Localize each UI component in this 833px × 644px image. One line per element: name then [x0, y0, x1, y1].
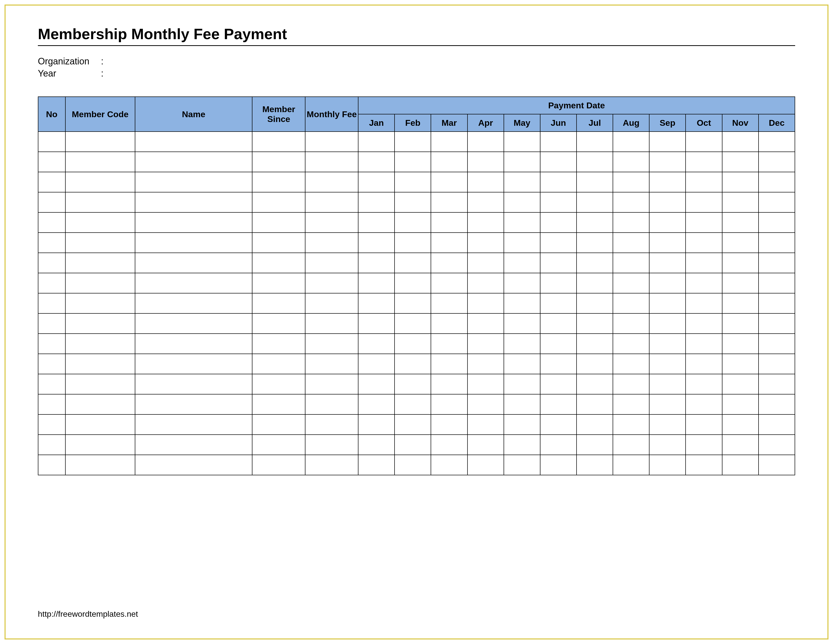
table-cell	[649, 414, 685, 435]
table-cell	[38, 333, 65, 354]
table-cell	[135, 293, 252, 313]
table-cell	[649, 132, 685, 152]
table-cell	[135, 132, 252, 152]
table-cell	[358, 152, 394, 172]
table-cell	[65, 253, 135, 273]
table-cell	[468, 394, 504, 414]
table-cell	[358, 394, 394, 414]
table-cell	[577, 414, 613, 435]
footer-url: http://freewordtemplates.net	[38, 609, 138, 619]
table-cell	[649, 213, 685, 233]
table-cell	[613, 253, 649, 273]
table-cell	[685, 213, 722, 233]
table-cell	[65, 414, 135, 435]
table-cell	[38, 233, 65, 253]
table-cell	[504, 455, 540, 475]
table-row	[38, 414, 795, 435]
table-cell	[613, 313, 649, 333]
table-cell	[38, 313, 65, 333]
table-cell	[431, 333, 467, 354]
table-cell	[613, 333, 649, 354]
table-cell	[577, 273, 613, 293]
table-cell	[504, 132, 540, 152]
table-cell	[722, 394, 759, 414]
table-cell	[358, 132, 394, 152]
table-cell	[504, 172, 540, 192]
table-cell	[252, 192, 305, 213]
table-cell	[252, 313, 305, 333]
table-cell	[468, 213, 504, 233]
table-cell	[38, 293, 65, 313]
table-cell	[722, 132, 759, 152]
table-cell	[431, 172, 467, 192]
th-month: Nov	[722, 114, 759, 132]
table-row	[38, 333, 795, 354]
table-cell	[305, 152, 358, 172]
table-cell	[431, 152, 467, 172]
table-cell	[65, 374, 135, 394]
table-row	[38, 313, 795, 333]
table-cell	[577, 213, 613, 233]
table-cell	[685, 374, 722, 394]
table-cell	[252, 414, 305, 435]
table-cell	[431, 414, 467, 435]
table-cell	[358, 293, 394, 313]
table-cell	[38, 414, 65, 435]
table-row	[38, 273, 795, 293]
table-cell	[613, 455, 649, 475]
table-cell	[252, 233, 305, 253]
table-cell	[135, 253, 252, 273]
table-cell	[685, 333, 722, 354]
table-cell	[685, 455, 722, 475]
table-cell	[759, 172, 795, 192]
table-cell	[577, 172, 613, 192]
th-month: Mar	[431, 114, 467, 132]
table-cell	[613, 293, 649, 313]
table-cell	[305, 293, 358, 313]
table-head: No Member Code Name Member Since Monthly…	[38, 97, 795, 132]
table-cell	[305, 313, 358, 333]
table-cell	[431, 132, 467, 152]
table-cell	[722, 293, 759, 313]
table-cell	[65, 354, 135, 374]
meta-organization: Organization :	[38, 56, 795, 67]
table-cell	[649, 313, 685, 333]
table-cell	[65, 293, 135, 313]
table-cell	[540, 394, 577, 414]
table-cell	[358, 354, 394, 374]
table-cell	[252, 333, 305, 354]
table-cell	[305, 172, 358, 192]
table-cell	[577, 152, 613, 172]
table-cell	[252, 132, 305, 152]
table-cell	[540, 233, 577, 253]
table-cell	[759, 435, 795, 455]
table-cell	[431, 354, 467, 374]
table-cell	[252, 253, 305, 273]
table-cell	[722, 374, 759, 394]
table-cell	[649, 374, 685, 394]
table-cell	[540, 333, 577, 354]
table-cell	[468, 233, 504, 253]
table-cell	[649, 455, 685, 475]
table-cell	[649, 394, 685, 414]
table-cell	[305, 414, 358, 435]
table-cell	[613, 213, 649, 233]
table-row	[38, 172, 795, 192]
table-cell	[685, 414, 722, 435]
table-cell	[394, 132, 431, 152]
table-cell	[722, 435, 759, 455]
table-cell	[252, 374, 305, 394]
table-cell	[135, 374, 252, 394]
table-cell	[394, 374, 431, 394]
table-cell	[305, 233, 358, 253]
table-cell	[504, 192, 540, 213]
table-cell	[65, 333, 135, 354]
table-cell	[577, 233, 613, 253]
th-month: Jun	[540, 114, 577, 132]
table-cell	[394, 414, 431, 435]
table-cell	[135, 354, 252, 374]
table-cell	[431, 455, 467, 475]
table-cell	[722, 313, 759, 333]
table-cell	[504, 333, 540, 354]
table-cell	[38, 394, 65, 414]
